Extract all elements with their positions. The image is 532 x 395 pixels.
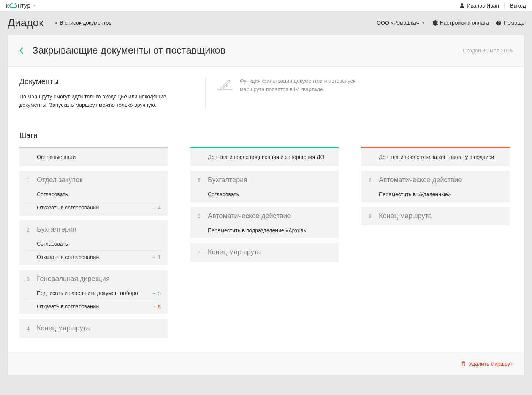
step-card[interactable]: 6Автоматическое действиеПереместить в по… xyxy=(190,207,339,238)
step-title: Генеральная дирекция xyxy=(37,275,110,283)
step-number: 2 xyxy=(26,227,30,233)
step-action: Согласовать xyxy=(197,188,332,201)
steps-column: Доп. шаги после подписания и завершения … xyxy=(190,147,339,266)
secondbar-right: ООО «Ромашка» ▼ Настройки и оплата ? Пом… xyxy=(377,20,524,26)
documents-text: По маршруту смогут идти только входящие … xyxy=(19,93,190,109)
steps-section: Шаги Основные шаги1Отдел закупокСогласов… xyxy=(19,131,513,342)
step-card[interactable]: 4Конец маршрута xyxy=(19,319,168,338)
separator xyxy=(504,3,505,9)
step-card[interactable]: 7Конец маршрута xyxy=(190,243,339,262)
step-number: 4 xyxy=(26,325,30,332)
column-header: Доп. шаги после отказа контрагенту в под… xyxy=(361,147,510,166)
step-action: Согласовать xyxy=(26,237,161,250)
step-action: Переместить в подразделение «Архив» xyxy=(197,224,332,237)
goto-indicator: →5 xyxy=(152,290,161,296)
column-header: Основные шаги xyxy=(19,147,168,166)
delete-route-link[interactable]: Удалить маршрут xyxy=(461,361,513,367)
triangle-left-icon: ◀ xyxy=(55,21,57,25)
help-icon: ? xyxy=(496,20,502,26)
step-action: Подписать и завершить документооборот→5 xyxy=(26,287,161,300)
step-card[interactable]: 8Автоматическое действиеПереместить в «У… xyxy=(361,171,510,202)
logo-prefix: к xyxy=(6,2,9,9)
goto-indicator: →4 xyxy=(152,205,161,211)
secondbar-left: Диадок ◀ В список документов xyxy=(8,17,112,29)
step-title: Бухгалтерия xyxy=(208,176,247,184)
steps-columns: Основные шаги1Отдел закупокСогласоватьОт… xyxy=(19,147,513,342)
construction-icon xyxy=(217,79,233,90)
org-selector[interactable]: ООО «Ромашка» ▼ xyxy=(377,20,425,26)
step-title: Автоматическое действие xyxy=(208,212,291,220)
documents-section: Документы По маршруту смогут идти только… xyxy=(19,77,513,109)
page-title: Закрывающие документы от поставщиков xyxy=(32,44,226,56)
step-action-label: Переместить в подразделение «Архив» xyxy=(208,227,306,233)
step-action-label: Переместить в «Удаленные» xyxy=(379,191,451,197)
step-action: Согласовать xyxy=(26,188,161,201)
step-action-label: Подписать и завершить документооборот xyxy=(37,290,140,296)
goto-number: 5 xyxy=(158,290,161,296)
svg-text:?: ? xyxy=(497,21,500,25)
app-name: Диадок xyxy=(8,17,43,29)
documents-heading: Документы xyxy=(19,77,190,86)
goto-number: 1 xyxy=(158,254,161,260)
steps-column: Доп. шаги после отказа контрагенту в под… xyxy=(361,147,510,230)
step-card[interactable]: 3Генеральная дирекцияПодписать и заверши… xyxy=(19,270,168,314)
step-action: Отказать в согласовании→1 xyxy=(26,250,161,263)
panel-header: Закрывающие документы от поставщиков Соз… xyxy=(8,35,524,67)
topbar-right: Иванов Иван Выход xyxy=(460,3,526,9)
logout-link[interactable]: Выход xyxy=(510,3,526,9)
step-card[interactable]: 2БухгалтерияСогласоватьОтказать в соглас… xyxy=(19,220,168,265)
step-action-label: Отказать в согласовании xyxy=(37,254,99,260)
arrow-right-icon: → xyxy=(152,254,157,260)
secondbar: Диадок ◀ В список документов ООО «Ромашк… xyxy=(0,11,532,34)
step-card[interactable]: 1Отдел закупокСогласоватьОтказать в согл… xyxy=(19,171,168,216)
logo[interactable]: к нтур ▾ xyxy=(6,2,36,9)
svg-point-2 xyxy=(226,86,228,87)
topbar: к нтур ▾ Иванов Иван Выход xyxy=(0,0,532,11)
step-card[interactable]: 5БухгалтерияСогласовать xyxy=(190,171,339,202)
step-action: Переместить в «Удаленные» xyxy=(368,188,503,201)
main-panel: Закрывающие документы от поставщиков Соз… xyxy=(8,34,524,376)
step-number: 7 xyxy=(197,249,201,255)
gear-icon xyxy=(432,20,438,26)
steps-column: Основные шаги1Отдел закупокСогласоватьОт… xyxy=(19,147,168,342)
back-to-list-link[interactable]: ◀ В список документов xyxy=(55,20,111,26)
step-number: 1 xyxy=(26,177,30,183)
step-action: Отказать в согласовании→4 xyxy=(26,201,161,214)
steps-heading: Шаги xyxy=(19,131,513,140)
step-number: 8 xyxy=(368,177,372,183)
user-name: Иванов Иван xyxy=(467,3,499,9)
trash-icon xyxy=(461,361,466,366)
settings-link[interactable]: Настройки и оплата xyxy=(432,20,489,26)
goto-indicator: →1 xyxy=(152,254,161,260)
goto-number: 8 xyxy=(158,304,161,309)
step-action: Отказать в согласовании→8 xyxy=(26,300,161,313)
chevron-down-icon: ▾ xyxy=(33,3,36,8)
step-action-label: Согласовать xyxy=(208,191,239,197)
back-chevron-icon[interactable] xyxy=(19,47,24,54)
step-number: 3 xyxy=(26,276,30,282)
panel-footer: Удалить маршрут xyxy=(8,352,524,375)
logo-suffix: нтур xyxy=(18,2,30,9)
step-action-label: Отказать в согласовании xyxy=(37,303,99,309)
goto-number: 4 xyxy=(158,205,161,211)
wip-text: Функция фильтрации документов и автозапу… xyxy=(240,77,361,94)
step-card[interactable]: 9Конец маршрута xyxy=(361,207,510,225)
chevron-down-icon: ▼ xyxy=(421,21,425,25)
delete-label: Удалить маршрут xyxy=(469,361,513,367)
goto-indicator: →8 xyxy=(152,304,161,309)
created-date: Создан 30 мая 2016 xyxy=(463,48,513,54)
user-link[interactable]: Иванов Иван xyxy=(460,3,499,9)
step-action-label: Согласовать xyxy=(37,191,68,197)
column-header: Доп. шаги после подписания и завершения … xyxy=(190,147,339,166)
step-title: Конец маршрута xyxy=(208,248,261,256)
arrow-right-icon: → xyxy=(152,304,157,309)
user-icon xyxy=(460,3,464,8)
step-title: Конец маршрута xyxy=(379,212,432,220)
step-number: 9 xyxy=(368,213,372,219)
settings-label: Настройки и оплата xyxy=(440,20,489,26)
step-title: Автоматическое действие xyxy=(379,176,462,184)
help-link[interactable]: ? Помощь xyxy=(496,20,524,26)
back-link-label: В список документов xyxy=(60,20,111,26)
panel-body: Документы По маршруту смогут идти только… xyxy=(8,67,524,352)
step-title: Бухгалтерия xyxy=(37,225,76,233)
